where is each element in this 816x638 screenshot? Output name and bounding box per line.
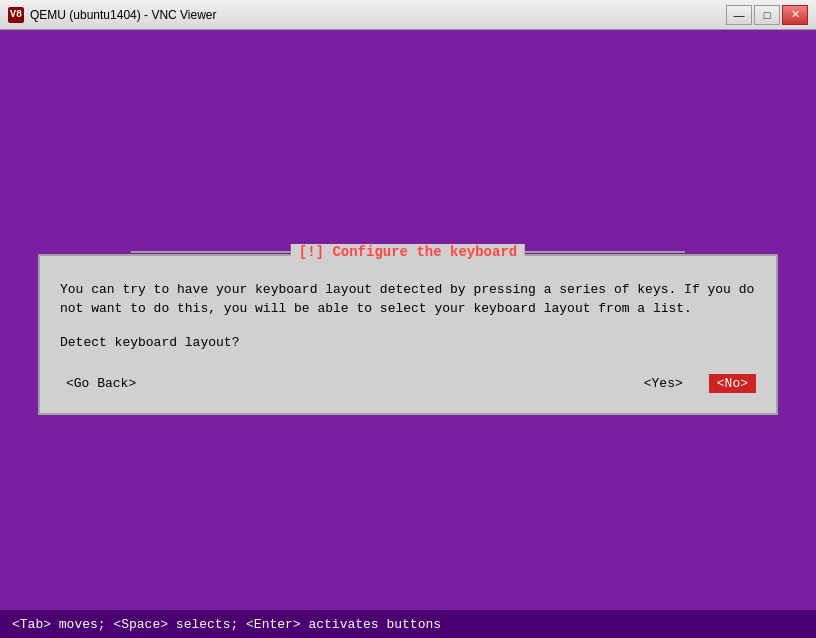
dialog-box: [!] Configure the keyboard You can try t… [38, 254, 778, 415]
status-text: <Tab> moves; <Space> selects; <Enter> ac… [12, 617, 441, 632]
dialog-buttons: <Go Back> <Yes> <No> [60, 370, 756, 397]
dialog-question: Detect keyboard layout? [60, 335, 756, 350]
dialog-right-buttons: <Yes> <No> [638, 374, 756, 393]
dialog-message: You can try to have your keyboard layout… [60, 280, 756, 319]
dialog-title: [!] Configure the keyboard [291, 244, 525, 260]
dialog-title-bar: [!] Configure the keyboard [131, 244, 685, 260]
main-area: [!] Configure the keyboard You can try t… [0, 30, 816, 638]
titlebar: V8 QEMU (ubuntu1404) - VNC Viewer — □ ✕ [0, 0, 816, 30]
title-line-right [525, 251, 685, 253]
titlebar-title: QEMU (ubuntu1404) - VNC Viewer [30, 8, 726, 22]
minimize-button[interactable]: — [726, 5, 752, 25]
status-bar: <Tab> moves; <Space> selects; <Enter> ac… [0, 610, 816, 638]
maximize-button[interactable]: □ [754, 5, 780, 25]
dialog-body: You can try to have your keyboard layout… [40, 256, 776, 413]
go-back-button[interactable]: <Go Back> [60, 374, 142, 393]
title-line-left [131, 251, 291, 253]
no-button[interactable]: <No> [709, 374, 756, 393]
close-button[interactable]: ✕ [782, 5, 808, 25]
app-icon: V8 [8, 7, 24, 23]
titlebar-buttons: — □ ✕ [726, 5, 808, 25]
yes-button[interactable]: <Yes> [638, 374, 689, 393]
